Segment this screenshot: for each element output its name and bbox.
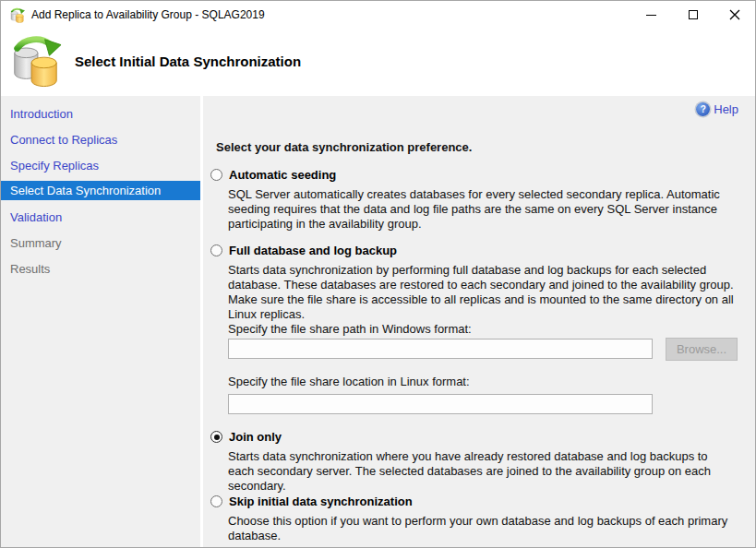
automatic-seeding-radio[interactable] <box>210 169 222 181</box>
titlebar: Add Replica to Availability Group - SQLA… <box>1 1 755 29</box>
preference-heading: Select your data synchronization prefere… <box>216 140 472 154</box>
full-backup-description: Starts data synchronization by performin… <box>228 263 734 322</box>
help-link[interactable]: ? Help <box>696 102 738 116</box>
join-only-label: Join only <box>229 430 282 444</box>
wizard-header: Select Initial Data Synchronization <box>1 29 755 96</box>
sync-database-icon <box>9 7 25 23</box>
full-backup-option[interactable]: Full database and log backup <box>210 244 397 257</box>
join-only-radio[interactable] <box>210 431 222 443</box>
automatic-seeding-option[interactable]: Automatic seeding <box>210 168 336 182</box>
step-results: Results <box>1 256 200 281</box>
full-backup-radio[interactable] <box>210 244 222 256</box>
maximize-button[interactable] <box>672 1 714 29</box>
step-validation[interactable]: Validation <box>1 204 200 230</box>
linux-path-label: Specify the file share location in Linux… <box>228 375 470 388</box>
automatic-seeding-label: Automatic seeding <box>229 168 336 182</box>
sync-database-icon-large <box>8 34 62 91</box>
step-select-data-synchronization[interactable]: Select Data Synchronization <box>1 181 200 200</box>
skip-sync-option[interactable]: Skip initial data synchronization <box>210 494 413 508</box>
windows-path-label: Specify the file share path in Windows f… <box>228 322 472 336</box>
step-connect-to-replicas[interactable]: Connect to Replicas <box>1 126 200 152</box>
wizard-content: ? Help Select your data synchronization … <box>203 96 755 547</box>
close-icon <box>729 9 740 20</box>
page-title: Select Initial Data Synchronization <box>75 54 301 69</box>
step-introduction[interactable]: Introduction <box>1 101 200 126</box>
windows-path-input[interactable] <box>228 339 653 359</box>
join-only-option[interactable]: Join only <box>210 430 282 444</box>
wizard-steps-sidebar: Introduction Connect to Replicas Specify… <box>1 96 203 547</box>
skip-sync-radio[interactable] <box>210 495 222 507</box>
maximize-icon <box>689 10 698 19</box>
minimize-button[interactable] <box>630 1 672 29</box>
wizard-window: Add Replica to Availability Group - SQLA… <box>0 0 756 548</box>
skip-sync-description: Choose this option if you want to perfor… <box>228 514 734 543</box>
window-title: Add Replica to Availability Group - SQLA… <box>31 8 630 21</box>
step-summary: Summary <box>1 230 200 256</box>
minimize-icon <box>646 15 656 16</box>
help-label: Help <box>714 102 738 116</box>
full-backup-label: Full database and log backup <box>229 244 397 257</box>
join-only-description: Starts data synchronization where you ha… <box>228 449 734 494</box>
browse-button: Browse... <box>666 338 738 361</box>
automatic-seeding-description: SQL Server automatically creates databas… <box>228 187 734 232</box>
linux-path-input[interactable] <box>228 394 653 414</box>
skip-sync-label: Skip initial data synchronization <box>229 494 413 508</box>
step-specify-replicas[interactable]: Specify Replicas <box>1 152 200 178</box>
close-button[interactable] <box>714 1 755 29</box>
help-icon: ? <box>696 102 710 116</box>
